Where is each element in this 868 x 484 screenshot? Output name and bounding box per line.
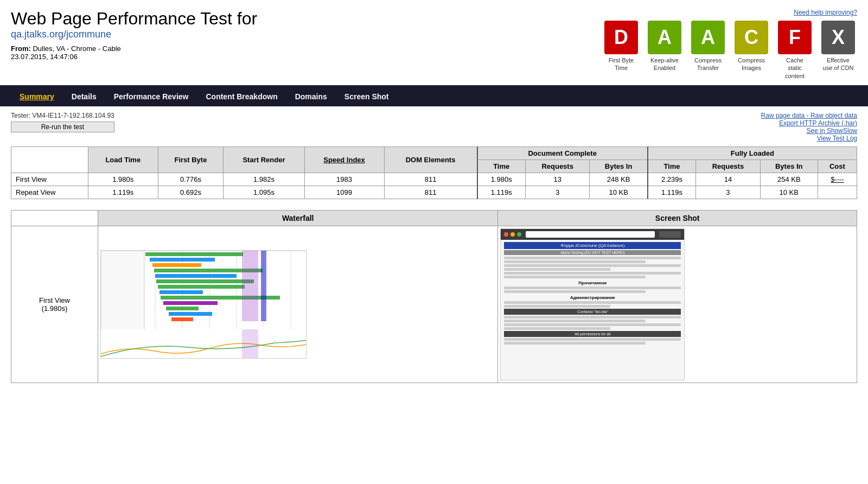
bottom-section: Waterfall Screen Shot First View (1.980s…: [11, 210, 857, 383]
table-cell-1-1: 1.119s: [88, 186, 158, 199]
tester-link-3[interactable]: View Test Log: [761, 135, 857, 142]
svg-rect-11: [152, 263, 201, 267]
grade-box-f-4[interactable]: F: [778, 21, 812, 54]
table-cell-0-8: 248 KB: [590, 173, 648, 186]
table-cell-0-1: 1.980s: [88, 173, 158, 186]
fully-loaded-header: Fully Loaded: [648, 147, 857, 160]
svg-rect-19: [166, 307, 199, 310]
waterfall-header: Waterfall: [98, 210, 498, 226]
tester-info: Tester: VM4-IE11-7-192.168.104.93: [11, 112, 114, 119]
grade-item-0: DFirst Byte Time: [602, 21, 640, 72]
grade-label-3: Compress Images: [738, 56, 765, 72]
rerun-button[interactable]: Re-run the test: [11, 122, 114, 132]
waterfall-chart: [100, 250, 307, 359]
screenshot-content: Форум JCommune (QA instance) Alpha Testi…: [501, 240, 684, 380]
col-speed-index: Speed Index: [304, 147, 384, 173]
page-header: Web Page Performance Test for qa.jtalks.…: [0, 0, 868, 87]
svg-rect-20: [169, 312, 212, 316]
ss-line-15: [504, 338, 681, 341]
grade-box-c-3[interactable]: C: [735, 21, 768, 54]
ss-line-6: [504, 276, 646, 278]
table-cell-1-8: 10 KB: [590, 186, 648, 199]
ss-dark-section: Confaïski "blo-bla": [504, 309, 681, 315]
ss-line-14: [504, 327, 610, 330]
ss-section-2: Администрирование: [504, 295, 681, 300]
table-cell-0-10: 14: [696, 173, 761, 186]
ss-line-13: [504, 323, 681, 326]
waterfall-cell: [98, 226, 498, 383]
nav-item-screen-shot[interactable]: Screen Shot: [336, 87, 398, 106]
tester-link-0[interactable]: Raw page data - Raw object data: [761, 112, 857, 119]
nav-item-domains[interactable]: Domains: [286, 87, 336, 106]
svg-rect-24: [101, 329, 307, 359]
table-cell-1-9: 1.119s: [648, 186, 696, 199]
svg-rect-25: [242, 329, 258, 359]
col-cost: Cost: [818, 160, 857, 173]
test-date: 23.07.2015, 14:47:06: [11, 53, 78, 61]
nav-item-performance-review[interactable]: Performance Review: [105, 87, 197, 106]
tester-bar: Tester: VM4-IE11-7-192.168.104.93 Re-run…: [11, 112, 857, 142]
col-fl-requests: Requests: [696, 160, 761, 173]
table-cell-0-11: 254 KB: [760, 173, 818, 186]
nav-item-summary[interactable]: Summary: [11, 87, 63, 106]
svg-rect-15: [158, 285, 245, 289]
table-cell-0-4: 1983: [304, 173, 384, 186]
grade-box-a-2[interactable]: A: [691, 21, 725, 54]
table-cell-0-9: 2.239s: [648, 173, 696, 186]
grade-item-1: AKeep-alive Enabled: [646, 21, 684, 72]
ss-line-12: [504, 320, 646, 322]
table-cell-1-6: 1.119s: [477, 186, 526, 199]
ss-line-16: [504, 342, 646, 345]
ss-line-4: [504, 268, 610, 271]
nav-item-details[interactable]: Details: [63, 87, 105, 106]
ss-line-2: [504, 260, 646, 263]
table-cell-1-7: 3: [525, 186, 590, 199]
grade-box-d-0[interactable]: D: [604, 21, 638, 54]
table-cell-0-7: 13: [525, 173, 590, 186]
table-cell-0-12: $----: [818, 173, 857, 186]
site-url-link[interactable]: qa.jtalks.org/jcommune: [11, 29, 111, 40]
svg-rect-18: [163, 301, 218, 305]
ss-alpha-testing: Alpha Testing (DO NOT TEST HERE!): [504, 250, 681, 255]
doc-complete-header: Document Complete: [477, 147, 648, 160]
svg-rect-8: [101, 251, 144, 337]
waterfall-svg: [101, 251, 307, 359]
grade-box-x-5[interactable]: X: [821, 21, 855, 54]
grade-label-0: First Byte Time: [609, 56, 634, 72]
table-cell-0-6: 1.980s: [477, 173, 526, 186]
need-help-link[interactable]: Need help improving?: [794, 9, 857, 16]
tester-link-2[interactable]: See in ShowSlow: [761, 127, 857, 135]
ss-line-11: [504, 316, 681, 319]
speed-index-link[interactable]: Speed Index: [323, 156, 365, 164]
screenshot-header: Screen Shot: [498, 210, 857, 226]
table-cell-1-5: 811: [384, 186, 477, 199]
grade-item-5: XEffective use of CDN: [819, 21, 857, 72]
nav-item-content-breakdown[interactable]: Content Breakdown: [197, 87, 286, 106]
header-right: Need help improving? DFirst Byte TimeAKe…: [602, 9, 857, 80]
grade-box-a-1[interactable]: A: [648, 21, 681, 54]
col-first-byte: First Byte: [158, 147, 224, 173]
tester-link-1[interactable]: Export HTTP Archive (.har): [761, 119, 857, 127]
ss-all-permissions: All permissions for all: [504, 331, 681, 337]
from-info: From: Dulles, VA - Chrome - Cable 23.07.…: [11, 44, 257, 61]
svg-rect-14: [156, 279, 254, 283]
screenshot-image: Форум JCommune (QA instance) Alpha Testi…: [500, 228, 685, 380]
table-cell-0-0: First View: [11, 173, 88, 186]
screenshot-cell: Форум JCommune (QA instance) Alpha Testi…: [498, 226, 857, 383]
col-fl-bytes: Bytes In: [760, 160, 818, 173]
from-label: From:: [11, 44, 31, 53]
svg-rect-21: [171, 317, 193, 321]
col-doc-requests: Requests: [525, 160, 590, 173]
grade-item-4: FCache static content: [776, 21, 814, 80]
table-cell-1-3: 1.095s: [224, 186, 304, 199]
col-load-time: Load Time: [88, 147, 158, 173]
table-row-0: First View1.980s0.776s1.982s19838111.980…: [11, 173, 857, 186]
browser-buttons: [659, 231, 681, 238]
ss-line-9: [504, 301, 681, 304]
ss-line-10: [504, 305, 610, 308]
svg-rect-23: [261, 251, 266, 321]
navigation: SummaryDetailsPerformance ReviewContent …: [0, 87, 868, 106]
grade-label-2: Compress Transfer: [694, 56, 722, 72]
browser-dot-red: [504, 232, 508, 237]
performance-table-wrap: Load Time First Byte Start Render Speed …: [11, 147, 857, 199]
